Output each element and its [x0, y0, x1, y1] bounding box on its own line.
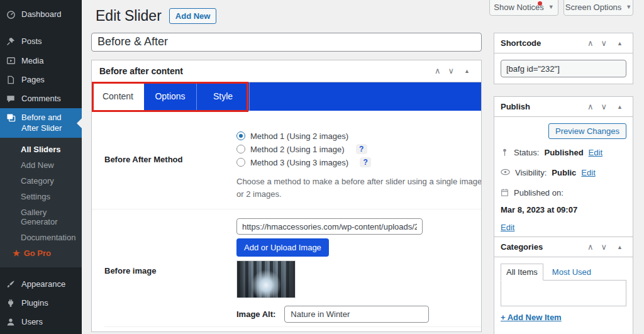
visibility-value: Public — [552, 167, 576, 179]
image-alt-label: Image Alt: — [236, 309, 275, 319]
edit-published-link[interactable]: Edit — [501, 223, 514, 232]
toggle-panel-icon[interactable]: ▲ — [611, 244, 626, 250]
eye-icon — [501, 168, 510, 176]
before-image-controls: Add or Upload Image Image Alt: — [236, 218, 429, 323]
published-on-value: Mar 8, 2023 at 09:07 — [501, 204, 577, 216]
sidebar-item-label: Media — [21, 56, 43, 66]
tab-most-used[interactable]: Most Used — [552, 267, 591, 277]
sidebar-item-label: Dashboard — [21, 9, 62, 19]
chevron-down-icon: ▼ — [548, 4, 554, 10]
sidebar-item-media[interactable]: Media — [0, 52, 82, 70]
comment-bubble-icon — [6, 94, 16, 104]
toggle-panel-icon[interactable]: ▲ — [611, 40, 626, 47]
preview-changes-button[interactable]: Preview Changes — [548, 123, 626, 139]
sidebar-item-appearance[interactable]: Appearance — [0, 275, 82, 294]
pages-icon — [6, 75, 16, 85]
before-image-label: Before image — [104, 266, 236, 276]
method-1-radio[interactable]: Method 1 (Using 2 images) — [236, 130, 482, 143]
before-after-content-metabox: Before after content ∧ ∨ ▲ Content Optio… — [91, 60, 482, 332]
screen-options-label: Screen Options — [565, 3, 622, 12]
sidebar-item-label: Before and After Slider — [21, 113, 77, 133]
sidebar-item-before-and-after-slider[interactable]: Before and After Slider — [0, 108, 82, 138]
plug-icon — [6, 298, 16, 308]
submenu-item-all-sliders[interactable]: All Sliders — [0, 142, 82, 157]
media-icon — [6, 56, 16, 66]
radio-icon — [236, 158, 245, 167]
method-1-label: Method 1 (Using 2 images) — [250, 131, 348, 141]
method-2-radio[interactable]: Method 2 (Using 1 image) ? — [236, 143, 482, 156]
status-label: Status: — [514, 147, 539, 159]
tab-options[interactable]: Options — [144, 82, 197, 111]
star-icon: ★ — [13, 248, 20, 258]
published-on-label: Published on: — [514, 187, 564, 199]
brush-icon — [6, 279, 16, 289]
status-row: Status: Published Edit — [501, 147, 626, 159]
chevron-down-icon: ▼ — [626, 4, 631, 10]
edit-visibility-link[interactable]: Edit — [581, 167, 595, 179]
plugin-submenu: All Sliders Add New Category Settings Ga… — [0, 138, 82, 267]
method-options: Method 1 (Using 2 images) Method 2 (Usin… — [236, 130, 482, 202]
tab-style[interactable]: Style — [197, 82, 250, 111]
sidebar-item-plugins[interactable]: Plugins — [0, 294, 82, 313]
image-alt-input[interactable] — [284, 306, 429, 323]
slider-title-input[interactable] — [91, 33, 482, 52]
sidebar-item-label: Comments — [21, 94, 61, 104]
next-row-divider — [104, 326, 481, 331]
move-down-icon[interactable]: ∨ — [597, 38, 611, 48]
status-value: Published — [544, 147, 583, 159]
add-new-button[interactable]: Add New — [169, 8, 217, 24]
categories-title: Categories — [501, 242, 584, 252]
add-or-upload-image-button[interactable]: Add or Upload Image — [236, 238, 329, 257]
sidebar-item-label: Pages — [21, 75, 45, 85]
move-down-icon[interactable]: ∨ — [597, 242, 611, 252]
move-up-icon[interactable]: ∧ — [584, 242, 597, 252]
move-down-icon[interactable]: ∨ — [445, 66, 458, 75]
move-up-icon[interactable]: ∧ — [431, 66, 445, 75]
tab-all-items[interactable]: All Items — [501, 264, 543, 281]
toggle-panel-icon[interactable]: ▲ — [611, 104, 626, 110]
page-title: Edit Slider — [96, 8, 162, 25]
user-icon — [6, 317, 16, 327]
move-down-icon[interactable]: ∨ — [597, 102, 611, 111]
sidebar-item-dashboard[interactable]: Dashboard — [0, 5, 82, 24]
status-pin-icon — [501, 148, 509, 157]
edit-status-link[interactable]: Edit — [589, 147, 602, 159]
sidebar-item-pages[interactable]: Pages — [0, 70, 82, 89]
categories-metabox: Categories ∧ ∨ ▲ All Items Most Used + A… — [494, 237, 633, 334]
categories-list-panel[interactable] — [501, 280, 626, 306]
help-icon[interactable]: ? — [356, 144, 367, 154]
show-notices-tab[interactable]: Show Notices ▼ — [489, 0, 558, 16]
move-up-icon[interactable]: ∧ — [584, 102, 597, 111]
sidebar-item-users[interactable]: Users — [0, 313, 82, 331]
publish-title: Publish — [501, 102, 584, 111]
pin-icon — [6, 36, 16, 47]
method-3-radio[interactable]: Method 3 (Using 3 images) ? — [236, 156, 482, 169]
before-after-method-row: Before After Method Method 1 (Using 2 im… — [92, 111, 481, 209]
toggle-panel-icon[interactable]: ▲ — [458, 68, 474, 74]
before-after-method-label: Before After Method — [104, 130, 236, 202]
before-image-url-input[interactable] — [236, 218, 423, 235]
submenu-item-documentation[interactable]: Documentation — [0, 230, 82, 245]
shortcode-input[interactable] — [501, 60, 626, 77]
radio-icon — [236, 145, 245, 153]
submenu-item-category[interactable]: Category — [0, 173, 82, 189]
screen-options-tab[interactable]: Screen Options ▼ — [564, 0, 633, 16]
before-image-row: Before image Add or Upload Image Image A… — [92, 209, 481, 326]
sidebar-item-label: Appearance — [21, 279, 65, 289]
shortcode-metabox: Shortcode ∧ ∨ ▲ — [494, 33, 633, 84]
visibility-label: Visibility: — [515, 167, 547, 179]
method-description: Choose a method to make a before after s… — [236, 175, 482, 202]
help-icon[interactable]: ? — [360, 157, 371, 167]
tab-content[interactable]: Content — [92, 82, 144, 111]
sidebar-item-tools[interactable]: Tools — [0, 332, 82, 334]
move-up-icon[interactable]: ∧ — [584, 38, 597, 48]
submenu-item-settings[interactable]: Settings — [0, 189, 82, 204]
submenu-item-add-new[interactable]: Add New — [0, 157, 82, 173]
submenu-item-go-pro[interactable]: ★ Go Pro — [0, 245, 82, 261]
sidebar-item-comments[interactable]: Comments — [0, 89, 82, 108]
sidebar-item-posts[interactable]: Posts — [0, 32, 82, 51]
submenu-item-gallery-generator[interactable]: Gallery Generator — [0, 204, 82, 230]
admin-sidebar: Dashboard Posts Media Pages Comments — [0, 0, 82, 334]
add-new-item-link[interactable]: + Add New Item — [501, 313, 562, 322]
sidebar-bottom-menu: Appearance Plugins Users Tools — [0, 275, 82, 334]
